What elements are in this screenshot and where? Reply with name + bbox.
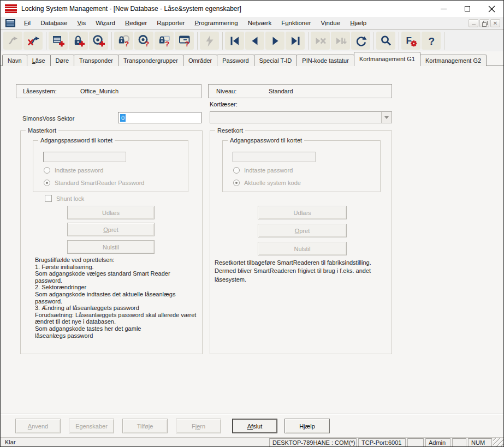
mdi-close-icon: ✕ bbox=[493, 21, 497, 26]
afslut-button[interactable]: Afslut bbox=[232, 419, 277, 433]
previous-record-button[interactable] bbox=[245, 32, 264, 50]
previous-record-icon bbox=[248, 34, 262, 47]
maximize-button[interactable] bbox=[455, 1, 479, 17]
help-button[interactable]: ? bbox=[422, 32, 441, 50]
tab-kortmanagement-g2[interactable]: Kortmanagement G2 bbox=[420, 55, 487, 66]
tab-doere[interactable]: Døre bbox=[50, 55, 74, 66]
app-logo-icon bbox=[5, 4, 17, 14]
last-record-icon bbox=[289, 34, 302, 47]
menu-vis[interactable]: Vis bbox=[72, 17, 91, 29]
radio-selected-icon bbox=[44, 180, 50, 186]
sector-input[interactable]: 0 bbox=[118, 112, 201, 123]
discard-changes-icon bbox=[27, 34, 40, 47]
search-button[interactable] bbox=[376, 32, 395, 50]
resetkort-radio-enter-password[interactable]: Indtaste password bbox=[233, 167, 293, 174]
new-lock-button[interactable] bbox=[69, 32, 88, 50]
level-value: Standard bbox=[269, 88, 293, 94]
refresh-button[interactable] bbox=[351, 32, 370, 50]
radio-unselected-icon bbox=[233, 167, 240, 174]
chevron-down-icon bbox=[384, 116, 389, 119]
mdi-close-button[interactable]: ✕ bbox=[490, 19, 500, 27]
status-num-lock: NUM bbox=[468, 438, 492, 447]
read-lock-button[interactable]: ? bbox=[114, 32, 133, 50]
close-icon bbox=[488, 5, 495, 13]
close-button[interactable] bbox=[479, 1, 503, 17]
new-locking-system-button[interactable] bbox=[49, 32, 68, 50]
shunt-lock-checkbox-row[interactable]: Shunt lock bbox=[45, 195, 84, 202]
read-mifare-lock-button[interactable]: ? bbox=[155, 32, 174, 50]
menu-vindue[interactable]: Vindue bbox=[316, 17, 346, 29]
resetkort-radio-current-code[interactable]: Aktuelle system kode bbox=[233, 180, 301, 186]
discard-changes-button[interactable] bbox=[23, 32, 43, 50]
menu-fil[interactable]: Fil bbox=[19, 17, 35, 29]
masterkort-radio-enter-password[interactable]: Indtaste password bbox=[44, 167, 103, 174]
card-reader-value bbox=[210, 112, 381, 123]
first-record-icon bbox=[228, 34, 241, 47]
svg-text:?: ? bbox=[428, 35, 435, 46]
resetkort-nulstil-button[interactable]: Nulstil bbox=[258, 242, 347, 255]
menu-rediger[interactable]: Rediger bbox=[120, 17, 152, 29]
tab-omraader[interactable]: Områder bbox=[183, 55, 217, 66]
level-label: Niveau: bbox=[216, 88, 236, 94]
hjaelp-button[interactable]: Hjælp bbox=[284, 419, 330, 433]
app-window: Locking System Management - [New Databas… bbox=[0, 0, 504, 447]
masterkort-password-field[interactable] bbox=[43, 152, 126, 162]
locking-system-box: Låsesystem: Office_Munich bbox=[16, 84, 201, 98]
search-icon bbox=[380, 34, 393, 47]
document-icon bbox=[5, 19, 16, 28]
resize-grip[interactable] bbox=[493, 438, 503, 447]
read-card-button[interactable]: ? bbox=[175, 32, 194, 50]
menubar: Fil Database Vis Wizard Rediger Rapporte… bbox=[1, 17, 503, 29]
tab-special-t-id[interactable]: Special T-ID bbox=[254, 55, 298, 66]
masterkort-udlaes-button[interactable]: Udlæs bbox=[67, 206, 155, 219]
last-record-button[interactable] bbox=[286, 32, 305, 50]
resetkort-opret-button[interactable]: Opret bbox=[258, 224, 347, 237]
svg-text:?: ? bbox=[185, 39, 189, 47]
new-lock-icon bbox=[72, 34, 85, 47]
filter-settings-button[interactable]: F bbox=[401, 32, 420, 50]
menu-rapporter[interactable]: Rapporter bbox=[152, 17, 189, 29]
new-transponder-icon bbox=[92, 34, 105, 47]
menu-funktioner[interactable]: Funktioner bbox=[276, 17, 316, 29]
card-reader-select[interactable] bbox=[210, 111, 392, 123]
first-record-button[interactable] bbox=[225, 32, 244, 50]
menu-wizard[interactable]: Wizard bbox=[91, 17, 120, 29]
menu-hjaelp[interactable]: Hjælp bbox=[345, 17, 371, 29]
tab-navn[interactable]: Navn bbox=[2, 55, 27, 66]
radio-selected-icon bbox=[233, 180, 240, 186]
card-reader-dropdown-button[interactable] bbox=[381, 112, 392, 123]
program-button[interactable] bbox=[200, 32, 219, 50]
masterkort-opret-button[interactable]: Opret bbox=[67, 223, 155, 236]
masterkort-nulstil-button[interactable]: Nulstil bbox=[67, 240, 155, 254]
jump-to-record-button[interactable] bbox=[331, 32, 350, 50]
new-transponder-button[interactable] bbox=[89, 32, 108, 50]
svg-text:?: ? bbox=[145, 39, 149, 47]
mdi-minimize-button[interactable] bbox=[469, 19, 478, 27]
fjern-button[interactable]: Fjern bbox=[176, 419, 221, 433]
next-record-button[interactable] bbox=[265, 32, 284, 50]
tab-laase[interactable]: Låse bbox=[27, 55, 51, 66]
tab-password[interactable]: Password bbox=[217, 55, 254, 66]
menu-netvaerk[interactable]: Netværk bbox=[243, 17, 276, 29]
menu-programmering[interactable]: Programmering bbox=[189, 17, 242, 29]
resetkort-password-field[interactable] bbox=[233, 152, 316, 162]
tab-transponder[interactable]: Transponder bbox=[74, 55, 118, 66]
tilfoeje-button[interactable]: Tilføje bbox=[122, 419, 168, 433]
read-transponder-button[interactable]: ? bbox=[134, 32, 153, 50]
tab-pin-kode-tastatur[interactable]: PIN-kode tastatur bbox=[297, 55, 354, 66]
tab-transpondergrupper[interactable]: Transpondergrupper bbox=[118, 55, 183, 66]
menu-database[interactable]: Database bbox=[35, 17, 72, 29]
egenskaber-button[interactable]: Egenskaber bbox=[69, 419, 114, 433]
toolbar-separator bbox=[111, 32, 112, 50]
masterkort-group: Masterkort Adgangspassword til kortet In… bbox=[20, 130, 203, 354]
minimize-button[interactable] bbox=[431, 1, 455, 17]
track-changes-button[interactable] bbox=[3, 32, 22, 50]
anvend-button[interactable]: Anvend bbox=[15, 419, 61, 433]
masterkort-radio-standard-password[interactable]: Standard SmartReader Password bbox=[44, 180, 144, 186]
resetkort-udlaes-button[interactable]: Udlæs bbox=[258, 206, 347, 219]
mdi-restore-button[interactable] bbox=[479, 19, 489, 27]
toolbar-separator bbox=[308, 32, 309, 50]
read-transponder-icon: ? bbox=[138, 34, 151, 47]
cancel-navigation-button[interactable] bbox=[311, 32, 330, 50]
tab-kortmanagement-g1[interactable]: Kortmanagement G1 bbox=[354, 52, 420, 66]
